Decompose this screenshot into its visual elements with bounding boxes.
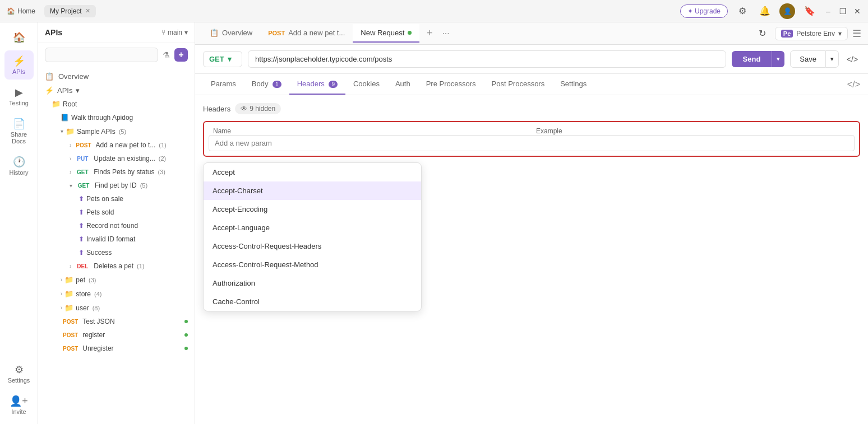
send-button[interactable]: Send [732, 51, 772, 67]
code-view-button[interactable]: </> [844, 52, 860, 67]
url-input[interactable] [248, 50, 726, 68]
env-icon: Pe [781, 30, 793, 38]
project-tab-label: My Project [50, 7, 82, 15]
sidebar-item-share-docs[interactable]: 📄 Share Docs [4, 113, 34, 149]
autocomplete-item-cache-control[interactable]: Cache-Control [204, 292, 421, 311]
param-name-input-col [209, 135, 855, 151]
tab-new-request[interactable]: New Request [353, 24, 419, 43]
autocomplete-item-accept-language[interactable]: Accept-Language [204, 218, 421, 237]
method-selector[interactable]: GET ▾ [203, 51, 242, 67]
autocomplete-item-accept-charset[interactable]: Accept-Charset [204, 181, 421, 200]
sidebar-item-invite[interactable]: 👤+ Invite [4, 390, 34, 420]
tree-item-post-test-json[interactable]: POST Test JSON [38, 315, 195, 328]
sidebar-item-home[interactable]: 🏠 [4, 27, 34, 48]
autocomplete-item-accept[interactable]: Accept [204, 163, 421, 181]
autocomplete-item-access-control-headers[interactable]: Access-Control-Request-Headers [204, 237, 421, 255]
tree-item-pets-sold[interactable]: ⬆ Pets sold [38, 206, 195, 219]
tree-item-post-unregister[interactable]: POST Unregister [38, 342, 195, 355]
tree-item-sample-apis[interactable]: ▾ 📁 Sample APIs (5) [38, 124, 195, 138]
upgrade-button[interactable]: ✦ Upgrade [680, 4, 728, 18]
save-dropdown-button[interactable]: ▾ [826, 50, 839, 68]
branch-selector[interactable]: ⑂ main ▾ [161, 29, 188, 36]
refresh-button[interactable]: ↻ [755, 26, 770, 41]
headers-label: Headers [203, 105, 230, 113]
avatar[interactable]: 👤 [779, 3, 795, 19]
add-tab-button[interactable]: + [422, 26, 437, 41]
save-button-group: Save ▾ [790, 50, 839, 68]
autocomplete-item-access-control-method[interactable]: Access-Control-Request-Method [204, 255, 421, 274]
req-tab-pre-processors[interactable]: Pre Processors [418, 74, 484, 95]
tree-item-success[interactable]: ⬆ Success [38, 246, 195, 259]
method-badge-post: POST [73, 142, 93, 149]
send-dropdown-button[interactable]: ▾ [772, 51, 784, 67]
overview-item[interactable]: 📋 Overview [38, 69, 195, 84]
sidebar-item-settings[interactable]: ⚙ Settings [4, 359, 34, 388]
more-tabs-button[interactable]: ··· [437, 26, 454, 41]
req-tab-auth[interactable]: Auth [387, 74, 418, 95]
tree-item-user[interactable]: › 📁 user (8) [38, 301, 195, 315]
tree-item-get-finds-pets[interactable]: › GET Finds Pets by status (3) [38, 165, 195, 179]
add-button[interactable]: + [174, 48, 188, 62]
param-name-input[interactable] [209, 135, 855, 151]
tree-item-root[interactable]: 📁 Root [38, 97, 195, 111]
home-button[interactable]: 🏠 Home [7, 7, 35, 15]
tree-item-put-update[interactable]: › PUT Update an existing... (2) [38, 152, 195, 165]
chevron-down-icon: ▾ [70, 183, 72, 189]
sidebar-item-history[interactable]: 🕐 History [4, 151, 34, 180]
maximize-button[interactable]: ❐ [839, 7, 847, 15]
tree-item-record-not-found[interactable]: ⬆ Record not found [38, 219, 195, 232]
autocomplete-item-cache-control-label: Cache-Control [213, 297, 260, 306]
tree-item-post-register[interactable]: POST register [38, 328, 195, 342]
headers-sub-bar: Headers 👁 9 hidden [203, 103, 860, 114]
search-input[interactable] [45, 48, 158, 62]
post-add-pet-count: (1) [159, 142, 166, 148]
invite-icon: 👤+ [10, 395, 28, 407]
req-tab-cookies[interactable]: Cookies [345, 74, 387, 95]
autocomplete-item-authorization[interactable]: Authorization [204, 274, 421, 292]
project-tab[interactable]: My Project ✕ [44, 5, 96, 17]
settings-icon[interactable]: ⚙ [735, 3, 750, 19]
folder-icon: 📁 [64, 304, 73, 312]
tree-item-invalid-id[interactable]: ⬆ Invalid ID format [38, 232, 195, 246]
titlebar: 🏠 Home My Project ✕ ✦ Upgrade ⚙ 🔔 👤 🔖 – … [0, 0, 868, 22]
code-icon[interactable]: </> [847, 80, 860, 90]
tree-item-get-find-pet[interactable]: ▾ GET Find pet by ID (5) [38, 179, 195, 192]
sidebar-item-testing[interactable]: ▶ Testing [4, 82, 34, 111]
close-button[interactable]: ✕ [853, 7, 861, 15]
req-tab-cookies-label: Cookies [353, 80, 380, 88]
save-button[interactable]: Save [790, 50, 826, 68]
hamburger-button[interactable]: ☰ [852, 27, 861, 40]
hidden-badge[interactable]: 👁 9 hidden [235, 103, 281, 114]
tab-overview[interactable]: 📋 Overview [202, 24, 260, 43]
tree-item-del-pet[interactable]: › DEL Deletes a pet (1) [38, 259, 195, 273]
tree-item-root-label: Root [63, 100, 77, 108]
autocomplete-item-access-control-headers-label: Access-Control-Request-Headers [213, 242, 321, 250]
autocomplete-item-accept-language-label: Accept-Language [213, 223, 270, 232]
req-tab-body[interactable]: Body 1 [244, 74, 289, 95]
req-tab-pre-processors-label: Pre Processors [426, 80, 476, 88]
minimize-button[interactable]: – [824, 7, 832, 15]
autocomplete-item-accept-encoding[interactable]: Accept-Encoding [204, 200, 421, 218]
bookmark-icon[interactable]: 🔖 [802, 3, 818, 19]
tree-item-pet[interactable]: › 📁 pet (3) [38, 273, 195, 287]
req-tab-params[interactable]: Params [203, 74, 244, 95]
notifications-icon[interactable]: 🔔 [757, 3, 773, 19]
apis-section[interactable]: ⚡ APIs ▾ [38, 84, 195, 97]
folder-icon: 📁 [64, 276, 73, 284]
tree-item-pet-label: pet [76, 276, 85, 284]
req-tab-settings[interactable]: Settings [552, 74, 594, 95]
tree-item-put-update-label: Update an existing... [94, 155, 155, 162]
tab-post-add-pet[interactable]: POST Add a new pet t... [260, 24, 353, 43]
req-tab-post-processors[interactable]: Post Processors [484, 74, 553, 95]
tree-item-pets-sold-label: Pets sold [86, 208, 114, 216]
tree-item-pets-on-sale[interactable]: ⬆ Pets on sale [38, 192, 195, 206]
tree-item-walkthrough[interactable]: 📘 Walk through Apidog [38, 111, 195, 124]
close-project-tab-icon[interactable]: ✕ [85, 7, 90, 15]
sidebar-item-apis[interactable]: ⚡ APIs [4, 50, 34, 80]
filter-button[interactable]: ⚗ [163, 50, 170, 59]
tree-item-post-add-pet[interactable]: › POST Add a new pet to t... (1) [38, 138, 195, 152]
tree-item-store[interactable]: › 📁 store (4) [38, 287, 195, 301]
env-selector[interactable]: Pe Petstore Env ▾ [775, 27, 848, 40]
eye-icon: 👁 [241, 105, 247, 113]
req-tab-headers[interactable]: Headers 9 [289, 74, 345, 95]
